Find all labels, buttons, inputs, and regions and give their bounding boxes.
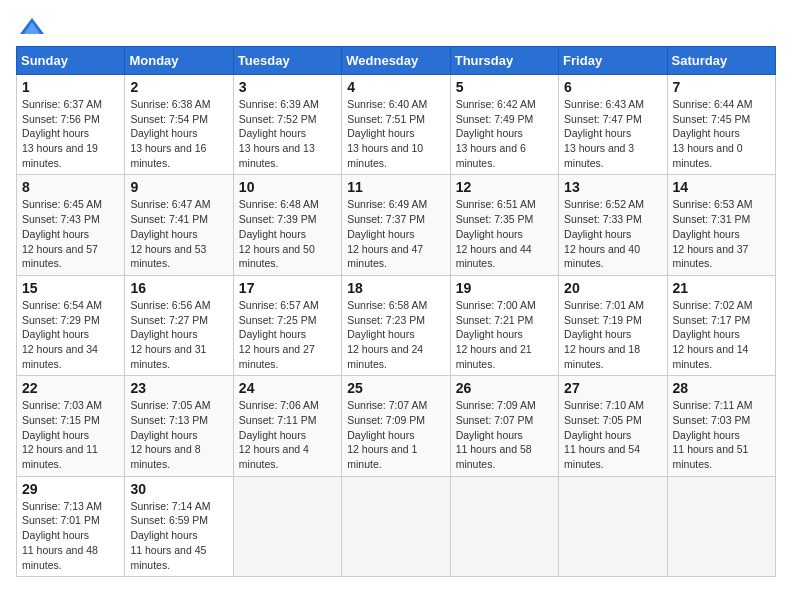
day-info: Sunrise: 6:40 AMSunset: 7:51 PMDaylight … [347, 97, 444, 170]
calendar-cell: 19Sunrise: 7:00 AMSunset: 7:21 PMDayligh… [450, 275, 558, 375]
day-info: Sunrise: 7:03 AMSunset: 7:15 PMDaylight … [22, 398, 119, 471]
day-info: Sunrise: 7:13 AMSunset: 7:01 PMDaylight … [22, 499, 119, 572]
calendar-row-2: 15Sunrise: 6:54 AMSunset: 7:29 PMDayligh… [17, 275, 776, 375]
day-info: Sunrise: 7:00 AMSunset: 7:21 PMDaylight … [456, 298, 553, 371]
calendar-cell [233, 476, 341, 576]
calendar-cell: 12Sunrise: 6:51 AMSunset: 7:35 PMDayligh… [450, 175, 558, 275]
day-info: Sunrise: 7:07 AMSunset: 7:09 PMDaylight … [347, 398, 444, 471]
day-number: 26 [456, 380, 553, 396]
day-number: 2 [130, 79, 227, 95]
day-info: Sunrise: 6:42 AMSunset: 7:49 PMDaylight … [456, 97, 553, 170]
header-day-monday: Monday [125, 47, 233, 75]
calendar: SundayMondayTuesdayWednesdayThursdayFrid… [16, 46, 776, 577]
day-number: 14 [673, 179, 770, 195]
day-number: 29 [22, 481, 119, 497]
day-info: Sunrise: 6:39 AMSunset: 7:52 PMDaylight … [239, 97, 336, 170]
calendar-cell: 4Sunrise: 6:40 AMSunset: 7:51 PMDaylight… [342, 75, 450, 175]
day-info: Sunrise: 6:57 AMSunset: 7:25 PMDaylight … [239, 298, 336, 371]
header-day-sunday: Sunday [17, 47, 125, 75]
day-number: 7 [673, 79, 770, 95]
calendar-cell: 25Sunrise: 7:07 AMSunset: 7:09 PMDayligh… [342, 376, 450, 476]
day-number: 21 [673, 280, 770, 296]
day-number: 13 [564, 179, 661, 195]
day-number: 15 [22, 280, 119, 296]
calendar-cell: 14Sunrise: 6:53 AMSunset: 7:31 PMDayligh… [667, 175, 775, 275]
calendar-cell: 18Sunrise: 6:58 AMSunset: 7:23 PMDayligh… [342, 275, 450, 375]
day-number: 8 [22, 179, 119, 195]
calendar-cell: 24Sunrise: 7:06 AMSunset: 7:11 PMDayligh… [233, 376, 341, 476]
day-number: 1 [22, 79, 119, 95]
day-info: Sunrise: 6:44 AMSunset: 7:45 PMDaylight … [673, 97, 770, 170]
calendar-cell [559, 476, 667, 576]
calendar-row-4: 29Sunrise: 7:13 AMSunset: 7:01 PMDayligh… [17, 476, 776, 576]
calendar-cell: 8Sunrise: 6:45 AMSunset: 7:43 PMDaylight… [17, 175, 125, 275]
day-number: 17 [239, 280, 336, 296]
calendar-cell: 5Sunrise: 6:42 AMSunset: 7:49 PMDaylight… [450, 75, 558, 175]
day-number: 18 [347, 280, 444, 296]
day-info: Sunrise: 7:05 AMSunset: 7:13 PMDaylight … [130, 398, 227, 471]
day-number: 27 [564, 380, 661, 396]
day-number: 25 [347, 380, 444, 396]
day-info: Sunrise: 6:53 AMSunset: 7:31 PMDaylight … [673, 197, 770, 270]
calendar-cell: 9Sunrise: 6:47 AMSunset: 7:41 PMDaylight… [125, 175, 233, 275]
header [16, 16, 776, 34]
header-day-wednesday: Wednesday [342, 47, 450, 75]
calendar-cell: 7Sunrise: 6:44 AMSunset: 7:45 PMDaylight… [667, 75, 775, 175]
day-info: Sunrise: 7:10 AMSunset: 7:05 PMDaylight … [564, 398, 661, 471]
day-info: Sunrise: 6:47 AMSunset: 7:41 PMDaylight … [130, 197, 227, 270]
day-number: 6 [564, 79, 661, 95]
calendar-cell: 16Sunrise: 6:56 AMSunset: 7:27 PMDayligh… [125, 275, 233, 375]
day-info: Sunrise: 6:54 AMSunset: 7:29 PMDaylight … [22, 298, 119, 371]
calendar-cell: 30Sunrise: 7:14 AMSunset: 6:59 PMDayligh… [125, 476, 233, 576]
calendar-cell: 21Sunrise: 7:02 AMSunset: 7:17 PMDayligh… [667, 275, 775, 375]
day-info: Sunrise: 7:01 AMSunset: 7:19 PMDaylight … [564, 298, 661, 371]
calendar-cell: 15Sunrise: 6:54 AMSunset: 7:29 PMDayligh… [17, 275, 125, 375]
day-number: 22 [22, 380, 119, 396]
day-number: 4 [347, 79, 444, 95]
calendar-cell [667, 476, 775, 576]
day-number: 23 [130, 380, 227, 396]
day-number: 20 [564, 280, 661, 296]
calendar-cell: 2Sunrise: 6:38 AMSunset: 7:54 PMDaylight… [125, 75, 233, 175]
logo [16, 16, 46, 34]
day-info: Sunrise: 6:48 AMSunset: 7:39 PMDaylight … [239, 197, 336, 270]
calendar-cell: 23Sunrise: 7:05 AMSunset: 7:13 PMDayligh… [125, 376, 233, 476]
calendar-header-row: SundayMondayTuesdayWednesdayThursdayFrid… [17, 47, 776, 75]
day-info: Sunrise: 6:58 AMSunset: 7:23 PMDaylight … [347, 298, 444, 371]
calendar-row-0: 1Sunrise: 6:37 AMSunset: 7:56 PMDaylight… [17, 75, 776, 175]
calendar-cell: 13Sunrise: 6:52 AMSunset: 7:33 PMDayligh… [559, 175, 667, 275]
day-number: 10 [239, 179, 336, 195]
calendar-row-3: 22Sunrise: 7:03 AMSunset: 7:15 PMDayligh… [17, 376, 776, 476]
day-info: Sunrise: 6:37 AMSunset: 7:56 PMDaylight … [22, 97, 119, 170]
header-day-tuesday: Tuesday [233, 47, 341, 75]
day-number: 12 [456, 179, 553, 195]
day-info: Sunrise: 6:49 AMSunset: 7:37 PMDaylight … [347, 197, 444, 270]
calendar-cell: 3Sunrise: 6:39 AMSunset: 7:52 PMDaylight… [233, 75, 341, 175]
calendar-cell: 10Sunrise: 6:48 AMSunset: 7:39 PMDayligh… [233, 175, 341, 275]
day-info: Sunrise: 6:43 AMSunset: 7:47 PMDaylight … [564, 97, 661, 170]
logo-icon [18, 16, 46, 38]
day-number: 28 [673, 380, 770, 396]
calendar-cell [450, 476, 558, 576]
calendar-cell: 29Sunrise: 7:13 AMSunset: 7:01 PMDayligh… [17, 476, 125, 576]
calendar-row-1: 8Sunrise: 6:45 AMSunset: 7:43 PMDaylight… [17, 175, 776, 275]
day-info: Sunrise: 6:38 AMSunset: 7:54 PMDaylight … [130, 97, 227, 170]
day-info: Sunrise: 7:02 AMSunset: 7:17 PMDaylight … [673, 298, 770, 371]
calendar-cell: 17Sunrise: 6:57 AMSunset: 7:25 PMDayligh… [233, 275, 341, 375]
day-info: Sunrise: 7:14 AMSunset: 6:59 PMDaylight … [130, 499, 227, 572]
calendar-cell: 22Sunrise: 7:03 AMSunset: 7:15 PMDayligh… [17, 376, 125, 476]
calendar-cell [342, 476, 450, 576]
header-day-thursday: Thursday [450, 47, 558, 75]
day-number: 5 [456, 79, 553, 95]
header-day-friday: Friday [559, 47, 667, 75]
calendar-cell: 26Sunrise: 7:09 AMSunset: 7:07 PMDayligh… [450, 376, 558, 476]
calendar-cell: 6Sunrise: 6:43 AMSunset: 7:47 PMDaylight… [559, 75, 667, 175]
day-info: Sunrise: 6:56 AMSunset: 7:27 PMDaylight … [130, 298, 227, 371]
calendar-cell: 28Sunrise: 7:11 AMSunset: 7:03 PMDayligh… [667, 376, 775, 476]
day-info: Sunrise: 7:11 AMSunset: 7:03 PMDaylight … [673, 398, 770, 471]
header-day-saturday: Saturday [667, 47, 775, 75]
calendar-cell: 27Sunrise: 7:10 AMSunset: 7:05 PMDayligh… [559, 376, 667, 476]
day-number: 16 [130, 280, 227, 296]
day-number: 19 [456, 280, 553, 296]
calendar-cell: 11Sunrise: 6:49 AMSunset: 7:37 PMDayligh… [342, 175, 450, 275]
